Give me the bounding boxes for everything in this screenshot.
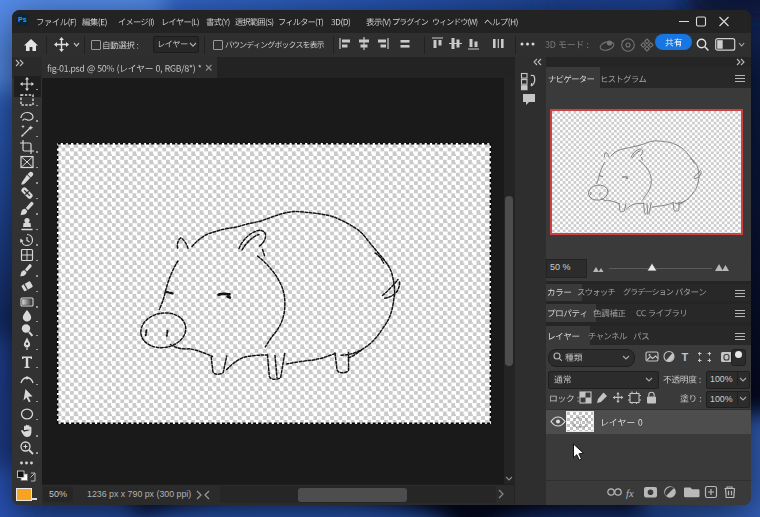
svg-text:fx: fx	[626, 488, 634, 499]
svg-text:T: T	[682, 351, 689, 363]
